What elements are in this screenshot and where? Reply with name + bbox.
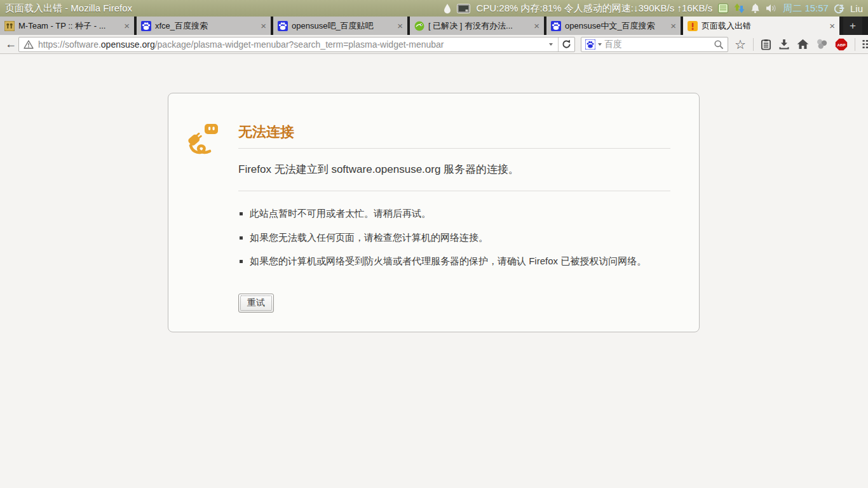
water-drop-icon[interactable] (444, 3, 451, 14)
tab-opensuse-zh-search[interactable]: opensuse中文_百度搜索 × (546, 17, 681, 35)
error-content: 无法连接 Firefox 无法建立到 software.opensuse.org… (238, 123, 670, 313)
tab-xfce-baidu-search[interactable]: xfce_百度搜索 × (137, 17, 271, 35)
xfce-panel: 页面载入出错 - Mozilla Firefox CPU:28% 内存:81% … (0, 0, 868, 17)
menu-list-icon[interactable] (862, 39, 868, 49)
tab-close-icon[interactable]: × (534, 21, 539, 30)
panel-tray: CPU:28% 内存:81% 令人感动的网速:↓390KB/s ↑16KB/s … (444, 3, 868, 15)
session-power-icon[interactable] (834, 3, 844, 13)
bookmarks-menu-icon[interactable] (761, 39, 771, 50)
tab-page-load-error-active[interactable]: 页面载入出错 × (683, 17, 839, 35)
system-stats-text: CPU:28% 内存:81% 令人感动的网速:↓390KB/s ↑16KB/s (476, 3, 712, 15)
list-item: 如果您的计算机或网络受到防火墙或者代理服务器的保护，请确认 Firefox 已被… (250, 254, 656, 269)
tab-close-icon[interactable]: × (829, 21, 835, 30)
navigation-toolbar: ← https://software.opensuse.org/package/… (0, 35, 868, 54)
tab-close-icon[interactable]: × (261, 21, 266, 30)
tab-title: opensuse吧_百度贴吧 (292, 20, 395, 32)
baidu-paw-favicon (278, 21, 288, 31)
list-item: 如果您无法载入任何页面，请检查您计算机的网络连接。 (250, 231, 656, 245)
notes-icon[interactable] (718, 3, 728, 13)
tab-bar: M-Team - TP :: 种子 - ... × xfce_百度搜索 × op… (0, 17, 868, 35)
bell-icon[interactable] (750, 3, 760, 13)
tab-close-icon[interactable]: × (397, 21, 403, 30)
toolbar-divider (753, 38, 754, 51)
error-description: Firefox 无法建立到 software.opensuse.org 服务器的… (238, 149, 670, 191)
url-bar[interactable]: https://software.opensuse.org/package/pl… (18, 37, 575, 52)
tab-close-icon[interactable]: × (670, 21, 676, 30)
unplugged-cable-icon (184, 121, 220, 159)
clock[interactable]: 周二 15:57 (783, 3, 829, 15)
tab-close-icon[interactable]: × (124, 21, 130, 30)
baidu-paw-favicon (551, 21, 561, 31)
user-name[interactable]: Liu (850, 3, 863, 14)
tab-title: xfce_百度搜索 (155, 20, 258, 32)
url-text[interactable]: https://software.opensuse.org/package/pl… (38, 39, 544, 50)
toolbar-divider (855, 38, 855, 51)
tab-title: 页面载入出错 (702, 20, 827, 32)
mteam-favicon (4, 21, 15, 31)
tab-title: opensuse中文_百度搜索 (565, 20, 668, 32)
window-title: 页面载入出错 - Mozilla Firefox (0, 3, 132, 15)
search-engine-dropdown-icon[interactable] (598, 43, 602, 46)
toolbar-buttons: ☆ ABP (735, 38, 868, 51)
browser-content: 无法连接 Firefox 无法建立到 software.opensuse.org… (0, 54, 868, 488)
network-arrows-icon[interactable] (734, 3, 745, 13)
baidu-search-engine-icon[interactable] (585, 39, 595, 50)
search-bar[interactable]: 百度 (581, 37, 728, 52)
error-card: 无法连接 Firefox 无法建立到 software.opensuse.org… (168, 93, 700, 332)
back-button[interactable]: ← (3, 37, 18, 51)
download-icon[interactable] (778, 39, 790, 50)
chevron-down-icon (549, 43, 553, 46)
baidu-paw-favicon (141, 21, 151, 31)
home-icon[interactable] (797, 39, 809, 50)
reload-button[interactable] (558, 37, 574, 51)
tab-title: M-Team - TP :: 种子 - ... (18, 20, 121, 32)
retry-button[interactable]: 重试 (238, 294, 274, 313)
list-item: 此站点暂时不可用或者太忙。请稍后再试。 (250, 207, 656, 221)
new-tab-button[interactable]: + (843, 17, 862, 35)
tab-mteam[interactable]: M-Team - TP :: 种子 - ... × (0, 17, 134, 35)
desktop: 页面载入出错 - Mozilla Firefox CPU:28% 内存:81% … (0, 0, 868, 488)
svg-text:ABP: ABP (837, 43, 845, 47)
reload-icon (562, 39, 571, 49)
search-input[interactable]: 百度 (604, 39, 711, 50)
tab-solved-thread[interactable]: [ 已解决 ] 有没有办法... × (410, 17, 544, 35)
tab-opensuse-tieba[interactable]: opensuse吧_百度贴吧 × (273, 17, 407, 35)
extension-grapes-icon[interactable] (816, 39, 828, 50)
url-history-dropdown[interactable] (544, 37, 558, 51)
search-magnifier-icon[interactable] (714, 39, 724, 50)
speaker-icon[interactable] (766, 4, 777, 13)
adblock-plus-icon[interactable]: ABP (835, 38, 848, 51)
error-suggestions-list: 此站点暂时不可用或者太忙。请稍后再试。 如果您无法载入任何页面，请检查您计算机的… (250, 207, 656, 269)
opensuse-gecko-favicon (414, 21, 424, 31)
error-title: 无法连接 (238, 123, 670, 149)
tab-title: [ 已解决 ] 有没有办法... (428, 20, 531, 32)
bookmark-star-icon[interactable]: ☆ (735, 38, 746, 51)
warning-favicon (688, 21, 698, 31)
system-monitor-icon[interactable] (457, 4, 470, 13)
insecure-warning-icon[interactable] (24, 40, 34, 49)
